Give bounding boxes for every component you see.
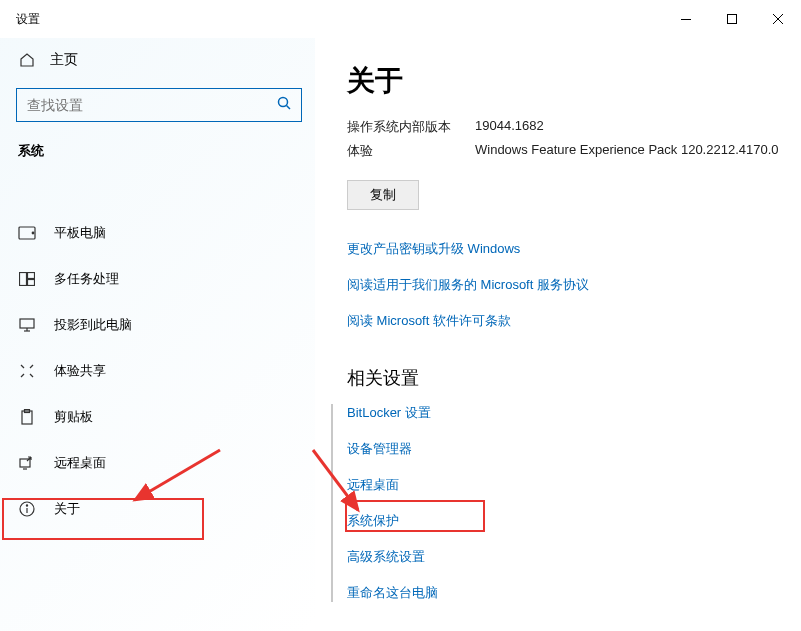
- clipboard-icon: [18, 408, 36, 426]
- sidebar-item-projecting[interactable]: 投影到此电脑: [16, 302, 303, 348]
- sidebar-item-tablet[interactable]: 平板电脑: [16, 210, 303, 256]
- os-build-value: 19044.1682: [475, 118, 781, 136]
- svg-line-15: [30, 365, 33, 368]
- sidebar-item-clipboard[interactable]: 剪贴板: [16, 394, 303, 440]
- sidebar-item-label: 剪贴板: [54, 408, 93, 426]
- svg-point-24: [26, 505, 27, 506]
- svg-line-16: [21, 374, 24, 377]
- svg-rect-9: [28, 273, 35, 279]
- related-system-protection[interactable]: 系统保护: [347, 512, 781, 530]
- link-license-terms[interactable]: 阅读 Microsoft 软件许可条款: [347, 312, 781, 330]
- multitasking-icon: [18, 270, 36, 288]
- svg-line-5: [287, 106, 291, 110]
- section-title: 系统: [16, 142, 303, 160]
- related-settings-title: 相关设置: [347, 366, 781, 390]
- page-title: 关于: [347, 62, 781, 100]
- home-button[interactable]: 主页: [16, 38, 303, 82]
- sidebar-item-about[interactable]: 关于: [16, 486, 303, 532]
- related-device-manager[interactable]: 设备管理器: [347, 440, 781, 458]
- maximize-button[interactable]: [709, 3, 755, 35]
- svg-line-14: [21, 365, 24, 368]
- info-icon: [18, 500, 36, 518]
- svg-rect-1: [728, 15, 737, 24]
- sidebar-item-shared-experiences[interactable]: 体验共享: [16, 348, 303, 394]
- os-build-label: 操作系统内部版本: [347, 118, 475, 136]
- related-advanced-settings[interactable]: 高级系统设置: [347, 548, 781, 566]
- window-title: 设置: [16, 11, 40, 28]
- related-remote-desktop[interactable]: 远程桌面: [347, 476, 781, 494]
- search-field[interactable]: [27, 97, 269, 113]
- experience-row: 体验 Windows Feature Experience Pack 120.2…: [347, 142, 781, 160]
- sidebar-item-label: 平板电脑: [54, 224, 106, 242]
- svg-rect-10: [28, 280, 35, 286]
- related-bar: [331, 404, 333, 602]
- link-list: 更改产品密钥或升级 Windows 阅读适用于我们服务的 Microsoft 服…: [347, 240, 781, 330]
- minimize-button[interactable]: [663, 3, 709, 35]
- experience-value: Windows Feature Experience Pack 120.2212…: [475, 142, 781, 160]
- projecting-icon: [18, 316, 36, 334]
- sidebar-item-label: 远程桌面: [54, 454, 106, 472]
- experience-label: 体验: [347, 142, 475, 160]
- sidebar-item-label: 体验共享: [54, 362, 106, 380]
- sidebar-item-label: 多任务处理: [54, 270, 119, 288]
- sidebar: 主页 系统 平板电脑 多任务处理: [0, 38, 315, 631]
- svg-line-17: [30, 374, 33, 377]
- close-button[interactable]: [755, 3, 801, 35]
- copy-button[interactable]: 复制: [347, 180, 419, 210]
- main-content: 关于 操作系统内部版本 19044.1682 体验 Windows Featur…: [315, 38, 801, 631]
- search-input[interactable]: [16, 88, 302, 122]
- link-change-product-key[interactable]: 更改产品密钥或升级 Windows: [347, 240, 781, 258]
- window-controls: [663, 3, 801, 35]
- svg-point-7: [32, 232, 34, 234]
- svg-point-4: [279, 98, 288, 107]
- sidebar-item-remote-desktop[interactable]: 远程桌面: [16, 440, 303, 486]
- home-label: 主页: [50, 51, 78, 69]
- titlebar: 设置: [0, 0, 801, 38]
- link-service-agreement[interactable]: 阅读适用于我们服务的 Microsoft 服务协议: [347, 276, 781, 294]
- search-icon: [277, 96, 291, 114]
- tablet-icon: [18, 224, 36, 242]
- remote-desktop-icon: [18, 454, 36, 472]
- related-rename-pc[interactable]: 重命名这台电脑: [347, 584, 781, 602]
- sidebar-item-label: 投影到此电脑: [54, 316, 132, 334]
- os-build-row: 操作系统内部版本 19044.1682: [347, 118, 781, 136]
- svg-rect-11: [20, 319, 34, 328]
- sidebar-item-multitasking[interactable]: 多任务处理: [16, 256, 303, 302]
- sidebar-item-label: 关于: [54, 500, 80, 518]
- related-settings: BitLocker 设置 设备管理器 远程桌面 系统保护 高级系统设置 重命名这…: [347, 404, 781, 602]
- related-bitlocker[interactable]: BitLocker 设置: [347, 404, 781, 422]
- home-icon: [18, 51, 36, 69]
- shared-experiences-icon: [18, 362, 36, 380]
- svg-rect-8: [20, 273, 27, 286]
